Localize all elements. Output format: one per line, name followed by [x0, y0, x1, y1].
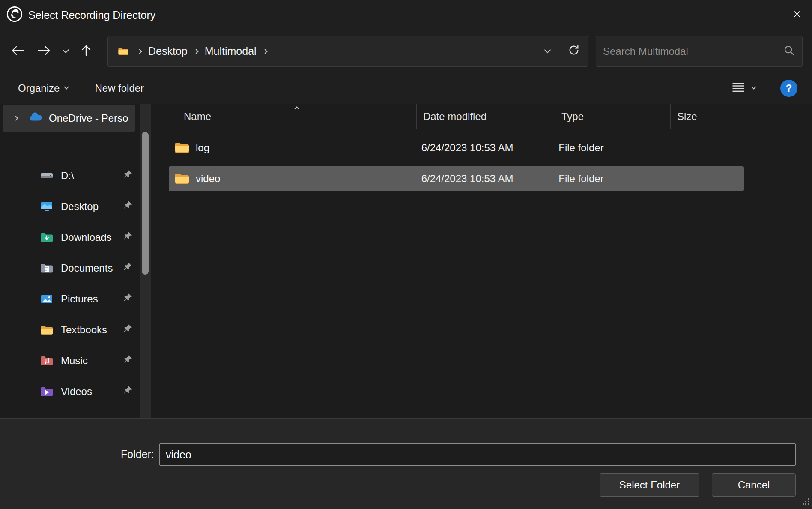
organize-label: Organize [18, 82, 60, 94]
pin-icon[interactable] [123, 231, 133, 243]
onedrive-cloud-icon [28, 112, 43, 125]
column-header-name[interactable]: Name [169, 104, 417, 129]
breadcrumb-chevron-icon[interactable] [263, 49, 267, 54]
pin-icon[interactable] [123, 386, 133, 398]
close-icon [791, 9, 803, 21]
sidebar-divider [13, 149, 127, 149]
sidebar-item-pictures[interactable]: Pictures [0, 284, 140, 314]
chevron-down-icon [751, 84, 756, 89]
file-list-pane: Name Date modified Type Size log 6/24/20… [151, 104, 812, 418]
back-button[interactable] [10, 41, 25, 62]
sidebar-item-label: Music [61, 355, 88, 367]
folder-icon [174, 172, 190, 185]
videos-folder-icon [39, 386, 54, 397]
search-box[interactable] [596, 36, 803, 67]
file-row-log[interactable]: log 6/24/2023 10:53 AM File folder [169, 135, 744, 160]
sidebar-item-label: Desktop [61, 201, 99, 213]
cancel-button[interactable]: Cancel [712, 473, 796, 497]
breadcrumb-chevron-icon[interactable] [137, 49, 142, 54]
change-view-button[interactable] [731, 81, 755, 95]
folder-name-input[interactable] [159, 443, 796, 466]
chevron-down-icon [63, 47, 69, 54]
name-cell: log [169, 141, 415, 154]
sidebar-item-desktop[interactable]: Desktop [0, 191, 140, 222]
type-cell: File folder [552, 142, 667, 154]
navigation-bar: Desktop Multimodal [0, 30, 812, 72]
command-bar: Organize New folder ? [0, 72, 812, 104]
pin-icon[interactable] [123, 262, 133, 274]
nav-buttons [10, 41, 92, 62]
search-input[interactable] [603, 45, 783, 57]
back-arrow-icon [10, 45, 25, 58]
sidebar-item-textbooks[interactable]: Textbooks [0, 314, 140, 345]
column-header-size[interactable]: Size [671, 104, 748, 129]
up-arrow-icon [80, 44, 92, 59]
sidebar-item-d-drive[interactable]: D:\ [0, 160, 140, 191]
up-button[interactable] [80, 41, 92, 62]
sidebar-scrollbar[interactable] [140, 104, 151, 418]
details-view-icon [731, 81, 745, 95]
file-row-video-selected[interactable]: video 6/24/2023 10:53 AM File folder [169, 166, 744, 191]
folder-icon [174, 141, 190, 154]
navigation-pane: OneDrive - Perso D:\ Desktop [0, 104, 140, 418]
obs-logo-icon [6, 6, 23, 24]
folder-field-label: Folder: [121, 448, 154, 461]
pin-icon[interactable] [123, 355, 133, 367]
select-folder-button[interactable]: Select Folder [600, 473, 699, 497]
sidebar-item-label: D:\ [61, 170, 74, 182]
sidebar-item-documents[interactable]: Documents [0, 253, 140, 284]
drive-icon [39, 170, 54, 181]
pin-icon[interactable] [123, 201, 133, 213]
title-bar: Select Recording Directory [0, 0, 812, 30]
sidebar-item-label: Textbooks [61, 324, 107, 336]
dialog-body: OneDrive - Perso D:\ Desktop [0, 104, 812, 418]
new-folder-button[interactable]: New folder [95, 82, 144, 94]
breadcrumb-segment-desktop[interactable]: Desktop [148, 45, 188, 57]
help-button[interactable]: ? [780, 80, 797, 97]
desktop-icon [39, 201, 54, 212]
address-dropdown-icon[interactable] [544, 47, 551, 54]
recent-locations-button[interactable] [63, 41, 68, 62]
forward-arrow-icon [37, 45, 51, 58]
documents-folder-icon [39, 263, 54, 274]
sidebar-item-label: Documents [61, 262, 113, 274]
column-headers: Name Date modified Type Size [169, 104, 748, 129]
scrollbar-thumb[interactable] [142, 132, 149, 275]
window-title: Select Recording Directory [28, 9, 155, 21]
pin-icon[interactable] [123, 170, 133, 182]
select-recording-directory-dialog: Select Recording Directory [0, 0, 812, 509]
refresh-button[interactable] [568, 44, 580, 59]
sidebar-item-onedrive[interactable]: OneDrive - Perso [3, 105, 135, 132]
expand-chevron-icon[interactable] [9, 117, 22, 120]
address-bar[interactable]: Desktop Multimodal [107, 36, 588, 67]
breadcrumb-folder-icon [118, 47, 129, 56]
yellow-folder-icon [39, 324, 54, 335]
close-button[interactable] [782, 0, 812, 30]
sidebar-item-videos[interactable]: Videos [0, 376, 140, 407]
date-modified-cell: 6/24/2023 10:53 AM [415, 142, 552, 154]
column-header-date-modified[interactable]: Date modified [417, 104, 555, 129]
sidebar-item-label: Videos [61, 386, 92, 398]
sidebar-item-label: Downloads [61, 231, 112, 243]
pictures-icon [39, 293, 54, 305]
organize-button[interactable]: Organize [18, 82, 68, 94]
chevron-down-icon [64, 84, 69, 89]
sidebar-item-music[interactable]: Music [0, 345, 140, 376]
pin-icon[interactable] [123, 293, 133, 305]
music-folder-icon [39, 355, 54, 366]
date-modified-cell: 6/24/2023 10:53 AM [415, 173, 552, 185]
type-cell: File folder [552, 173, 667, 185]
resize-grip[interactable] [803, 498, 810, 507]
column-header-type[interactable]: Type [555, 104, 671, 129]
dialog-footer: Folder: Select Folder Cancel [0, 418, 812, 509]
file-name: video [196, 173, 220, 185]
name-cell: video [169, 172, 415, 185]
sidebar-item-label: Pictures [61, 293, 98, 305]
sidebar-item-downloads[interactable]: Downloads [0, 222, 140, 253]
forward-button[interactable] [37, 41, 51, 62]
breadcrumb-segment-multimodal[interactable]: Multimodal [205, 45, 257, 57]
file-name: log [196, 142, 209, 154]
sidebar-item-label: OneDrive - Perso [49, 112, 135, 124]
pin-icon[interactable] [123, 324, 133, 336]
breadcrumb-chevron-icon[interactable] [194, 49, 198, 54]
